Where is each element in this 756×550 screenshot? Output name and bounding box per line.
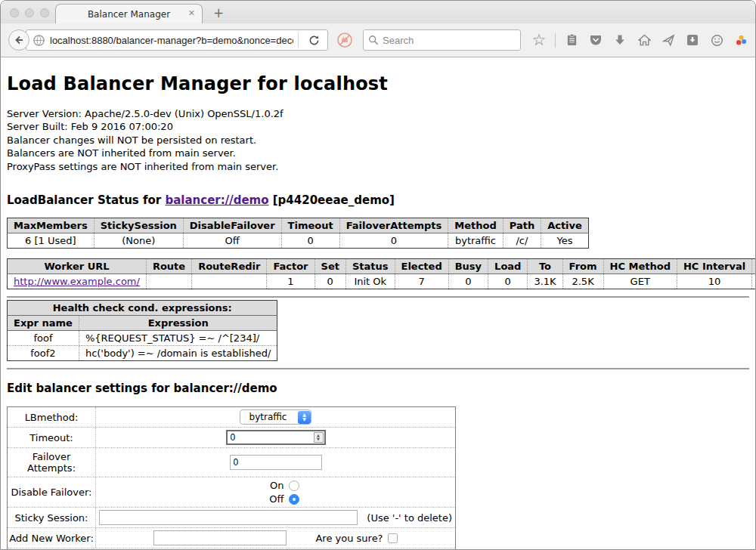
table-row: http://www.example.com/ 1 0 Init Ok 7 0 … bbox=[8, 274, 756, 289]
tab-title: Balancer Manager bbox=[88, 9, 170, 20]
pocket-button[interactable] bbox=[585, 29, 606, 51]
edit-settings-heading: Edit balancer settings for balancer://de… bbox=[7, 382, 749, 395]
color-dots-button[interactable] bbox=[730, 29, 751, 51]
health-check-table: Health check cond. expressions: Expr nam… bbox=[7, 300, 277, 361]
balancer-status-table: MaxMembers StickySession DisableFailover… bbox=[7, 218, 589, 249]
color-dots-icon bbox=[735, 34, 748, 47]
balancer-settings-form: LBmethod: bytraffic ▲▼ Timeout: ▲▼ bbox=[7, 406, 456, 550]
plugin-blocked-icon bbox=[336, 32, 353, 48]
close-tab-icon[interactable]: ✕ bbox=[188, 8, 195, 18]
add-worker-label: Add New Worker: bbox=[8, 528, 96, 548]
search-input[interactable] bbox=[383, 35, 516, 46]
page-content: Load Balancer Manager for localhost Serv… bbox=[1, 57, 755, 550]
reload-button[interactable] bbox=[303, 29, 324, 51]
server-info: Server Version: Apache/2.5.0-dev (Unix) … bbox=[7, 107, 749, 173]
worker-url-link[interactable]: http://www.example.com/ bbox=[14, 276, 140, 287]
number-spinner-icon[interactable]: ▲▼ bbox=[314, 432, 324, 443]
add-worker-row: Add New Worker: Are you sure? bbox=[8, 527, 455, 548]
add-worker-input[interactable] bbox=[153, 530, 287, 545]
download-arrow-icon bbox=[614, 34, 626, 46]
window-minimize-button[interactable] bbox=[25, 8, 34, 17]
reading-list-button[interactable] bbox=[561, 29, 582, 51]
lbmethod-label: LBmethod: bbox=[8, 407, 96, 427]
proxypass-note-line: ProxyPass settings are NOT inherited fro… bbox=[7, 160, 749, 173]
plugin-blocked-button[interactable] bbox=[334, 29, 355, 51]
url-bar-divider bbox=[298, 32, 299, 48]
table-header-row: MaxMembers StickySession DisableFailover… bbox=[8, 218, 589, 233]
table-row: 6 [1 Used] (None) Off 0 0 bytraffic /c/ … bbox=[8, 233, 589, 249]
panel-download-icon bbox=[686, 34, 699, 46]
worker-status-table: Worker URL Route RouteRedir Factor Set S… bbox=[7, 258, 755, 289]
sticky-session-note: (Use '-' to delete) bbox=[367, 512, 452, 524]
save-panel-button[interactable] bbox=[682, 29, 703, 51]
smiley-icon bbox=[711, 34, 723, 47]
home-icon bbox=[638, 34, 651, 46]
browser-window: Balancer Manager ✕ + bbox=[0, 0, 756, 550]
section-divider bbox=[7, 368, 749, 369]
home-button[interactable] bbox=[634, 29, 655, 51]
select-stepper-icon: ▲▼ bbox=[298, 411, 311, 424]
search-bar[interactable] bbox=[363, 29, 521, 51]
toolbar-buttons: ☆ bbox=[528, 29, 756, 51]
lbmethod-select[interactable]: bytraffic ▲▼ bbox=[240, 409, 312, 425]
are-you-sure-checkbox[interactable] bbox=[388, 533, 398, 543]
persist-note-line: Balancer changes will NOT be persisted o… bbox=[7, 134, 749, 147]
lbmethod-row: LBmethod: bytraffic ▲▼ bbox=[8, 407, 455, 427]
pocket-icon bbox=[589, 34, 603, 47]
window-close-button[interactable] bbox=[10, 8, 19, 17]
back-button[interactable] bbox=[8, 29, 29, 51]
disable-failover-label: Disable Failover: bbox=[8, 477, 96, 507]
failover-attempts-row: Failover Attempts: bbox=[8, 447, 455, 477]
disable-failover-row: Disable Failover: On Off bbox=[8, 477, 455, 507]
timeout-input[interactable] bbox=[226, 430, 326, 445]
failover-attempts-input[interactable] bbox=[230, 455, 322, 470]
sticky-session-input[interactable] bbox=[99, 510, 358, 525]
timeout-row: Timeout: ▲▼ bbox=[8, 427, 455, 447]
url-input[interactable] bbox=[50, 35, 293, 46]
sticky-session-row: Sticky Session: (Use '-' to delete) bbox=[8, 507, 455, 527]
radio-off-label: Off bbox=[269, 493, 284, 505]
table-row: foof2 hc('body') =~ /domain is establish… bbox=[8, 346, 277, 361]
radio-on-label: On bbox=[270, 480, 284, 491]
disable-failover-off-radio[interactable] bbox=[289, 494, 299, 505]
downloads-button[interactable] bbox=[609, 29, 631, 51]
disable-failover-on-radio[interactable] bbox=[289, 480, 299, 491]
are-you-sure-label: Are you sure? bbox=[315, 533, 383, 544]
url-bar[interactable] bbox=[26, 29, 328, 51]
globe-icon bbox=[33, 34, 45, 47]
inherit-note-line: Balancers are NOT inherited from main se… bbox=[7, 147, 749, 159]
sticky-session-label: Sticky Session: bbox=[8, 508, 96, 527]
browser-tab[interactable]: Balancer Manager ✕ bbox=[55, 4, 203, 23]
loadbalancer-status-heading: LoadBalancer Status for balancer://demo … bbox=[7, 193, 749, 207]
toolbar-divider bbox=[555, 33, 556, 48]
table-header-row: Worker URL Route RouteRedir Factor Set S… bbox=[8, 259, 756, 274]
failover-attempts-label: Failover Attempts: bbox=[8, 448, 96, 477]
back-arrow-icon bbox=[13, 34, 25, 46]
feedback-button[interactable] bbox=[706, 29, 727, 51]
server-version-line: Server Version: Apache/2.5.0-dev (Unix) … bbox=[7, 107, 749, 120]
send-tab-button[interactable] bbox=[658, 29, 679, 51]
search-icon bbox=[368, 35, 379, 45]
send-plane-icon bbox=[662, 34, 675, 47]
balancer-demo-link[interactable]: balancer://demo bbox=[165, 193, 268, 207]
table-header-row: Expr name Expression bbox=[8, 316, 277, 331]
window-controls bbox=[10, 8, 49, 17]
table-row: foof %{REQUEST_STATUS} =~ /^[234]/ bbox=[8, 331, 277, 346]
section-divider bbox=[7, 296, 749, 298]
tab-bar: Balancer Manager ✕ + bbox=[1, 1, 755, 23]
window-zoom-button[interactable] bbox=[40, 8, 49, 17]
new-tab-button[interactable]: + bbox=[213, 5, 224, 20]
page-title: Load Balancer Manager for localhost bbox=[7, 73, 749, 94]
reload-icon bbox=[308, 35, 320, 46]
navigation-toolbar: ☆ bbox=[1, 23, 755, 57]
bookmark-star-icon[interactable]: ☆ bbox=[528, 29, 550, 51]
clipboard-icon bbox=[565, 33, 578, 47]
table-header-row: Health check cond. expressions: bbox=[8, 301, 277, 316]
server-built-line: Server Built: Feb 9 2016 07:00:20 bbox=[7, 120, 749, 133]
timeout-label: Timeout: bbox=[8, 428, 96, 447]
